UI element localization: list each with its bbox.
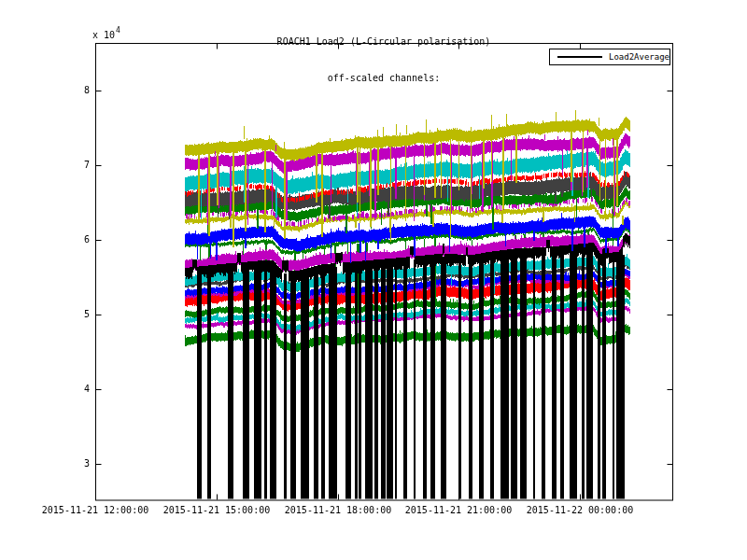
y-axis-exponent-prefix: x 10 [92, 30, 115, 40]
x-tick-label: 2015-11-21 18:00:00 [268, 505, 408, 515]
matlab-figure: ROACH1 Load2 (L-Circular polarisation) o… [0, 0, 747, 560]
chart-title-line1: ROACH1 Load2 (L-Circular polarisation) [104, 35, 664, 48]
legend-label: Load2Average [609, 52, 669, 62]
y-tick-label: 4 [65, 384, 90, 395]
y-tick-label: 5 [65, 309, 90, 320]
y-tick-label: 6 [65, 234, 90, 245]
y-axis-exponent: x 104 [92, 28, 120, 40]
y-tick-label: 8 [65, 85, 90, 96]
legend-line-sample [557, 56, 602, 58]
y-axis-exponent-value: 4 [116, 26, 120, 35]
y-tick-label: 3 [65, 458, 90, 469]
x-tick-label: 2015-11-21 15:00:00 [147, 505, 287, 515]
y-tick-label: 7 [65, 160, 90, 171]
chart-title-line2: off-scaled channels: [104, 72, 664, 84]
legend: Load2Average [549, 49, 670, 65]
x-tick-label: 2015-11-21 21:00:00 [388, 505, 529, 515]
x-tick-label: 2015-11-22 00:00:00 [510, 505, 650, 515]
x-tick-label: 2015-11-21 12:00:00 [25, 505, 165, 515]
